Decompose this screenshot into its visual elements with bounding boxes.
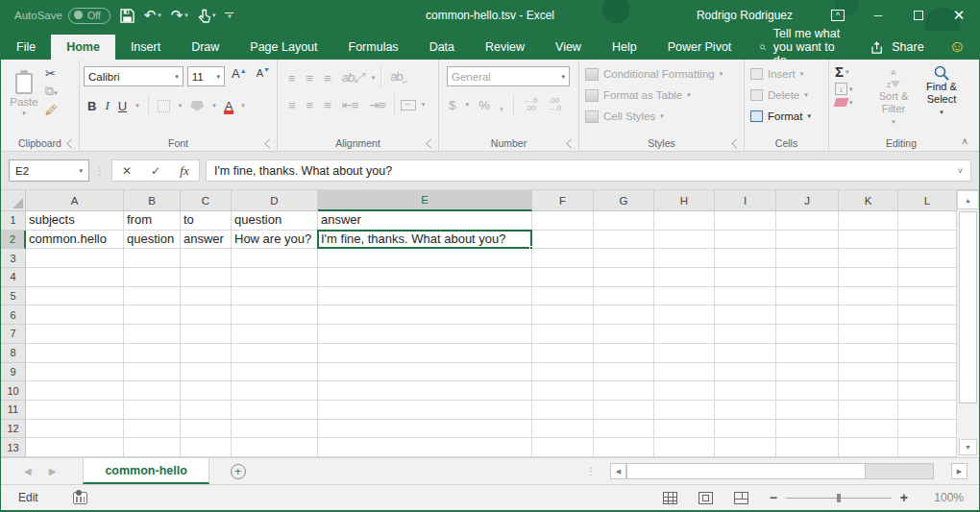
cell-L9[interactable]: [898, 363, 957, 382]
decrease-indent-button[interactable]: ⇤≡: [339, 98, 360, 112]
cell-D12[interactable]: [232, 420, 318, 439]
cell-K1[interactable]: [839, 211, 898, 231]
cell-A5[interactable]: [26, 287, 124, 306]
underline-dropdown-icon[interactable]: ▾: [135, 102, 139, 110]
delete-cells-button[interactable]: Delete ▾: [750, 85, 826, 106]
cell-K3[interactable]: [839, 249, 898, 268]
cell-K6[interactable]: [839, 305, 898, 325]
horizontal-scroll-thumb[interactable]: [627, 464, 866, 478]
cell-I2[interactable]: [715, 231, 776, 250]
font-color-button[interactable]: A: [225, 99, 233, 113]
cell-F12[interactable]: [532, 420, 594, 439]
cell-J11[interactable]: [776, 401, 839, 420]
row-header-2[interactable]: 2: [1, 231, 26, 250]
cell-E4[interactable]: [318, 268, 532, 287]
column-header-E[interactable]: E: [318, 190, 532, 211]
column-header-D[interactable]: D: [232, 190, 318, 211]
cell-H13[interactable]: [654, 438, 715, 457]
cell-L2[interactable]: [898, 231, 957, 250]
cell-H3[interactable]: [654, 249, 715, 268]
cell-G11[interactable]: [594, 401, 654, 420]
cell-A1[interactable]: subjects: [26, 211, 124, 231]
cell-E10[interactable]: [318, 381, 532, 401]
customize-qat-button[interactable]: ▾: [225, 12, 233, 18]
cell-I11[interactable]: [715, 401, 776, 420]
cell-E6[interactable]: [318, 305, 532, 325]
confirm-entry-button[interactable]: ✓: [141, 164, 170, 178]
paste-dropdown-icon[interactable]: ▾: [22, 110, 26, 117]
cell-C3[interactable]: [181, 249, 232, 268]
row-header-13[interactable]: 13: [1, 438, 26, 457]
scroll-right-button[interactable]: ▶: [951, 463, 968, 479]
cell-E12[interactable]: [318, 420, 532, 439]
cell-B6[interactable]: [124, 305, 181, 325]
cell-H7[interactable]: [654, 325, 715, 344]
autosave-control[interactable]: AutoSave Off: [14, 8, 110, 24]
cell-F1[interactable]: [532, 211, 594, 231]
share-button[interactable]: Share: [871, 40, 923, 54]
cell-B7[interactable]: [124, 325, 181, 344]
cell-C2[interactable]: answer: [181, 231, 232, 250]
cell-B9[interactable]: [124, 363, 181, 382]
cut-button[interactable]: ✂: [45, 67, 58, 81]
cell-G3[interactable]: [594, 249, 654, 268]
cell-G13[interactable]: [594, 438, 654, 457]
cell-K7[interactable]: [839, 325, 898, 344]
next-sheet-button[interactable]: ▶: [49, 466, 57, 476]
cell-L10[interactable]: [898, 381, 957, 401]
cell-E8[interactable]: [318, 344, 532, 363]
minimize-button[interactable]: ─: [858, 0, 898, 31]
cell-A3[interactable]: [26, 249, 124, 268]
sort-filter-button[interactable]: AZ Sort & Filter ▾: [871, 63, 916, 128]
cell-K13[interactable]: [839, 438, 898, 457]
cell-J4[interactable]: [776, 268, 839, 287]
percent-format-button[interactable]: %: [478, 98, 490, 112]
page-break-view-button[interactable]: [734, 492, 748, 504]
cell-H10[interactable]: [654, 381, 715, 401]
cell-E5[interactable]: [318, 287, 532, 306]
cell-C8[interactable]: [181, 344, 232, 363]
cell-D6[interactable]: [232, 305, 318, 325]
column-header-K[interactable]: K: [839, 190, 898, 211]
currency-dropdown-icon[interactable]: ▾: [466, 101, 470, 109]
cell-C4[interactable]: [181, 268, 232, 287]
cell-B5[interactable]: [124, 287, 181, 306]
row-header-10[interactable]: 10: [1, 381, 26, 401]
cell-H6[interactable]: [654, 305, 715, 325]
format-as-table-button[interactable]: Format as Table ▾: [585, 85, 742, 106]
cell-C13[interactable]: [181, 438, 232, 457]
cell-F11[interactable]: [532, 401, 594, 420]
row-header-1[interactable]: 1: [1, 211, 26, 231]
column-header-G[interactable]: G: [594, 190, 654, 211]
row-header-3[interactable]: 3: [1, 249, 26, 268]
cell-G12[interactable]: [594, 420, 654, 439]
cell-A4[interactable]: [26, 268, 124, 287]
cell-J3[interactable]: [776, 249, 839, 268]
undo-dropdown-icon[interactable]: ▾: [158, 12, 161, 19]
maximize-button[interactable]: [898, 0, 939, 31]
bottom-align-button[interactable]: ≡: [321, 71, 333, 85]
currency-format-button[interactable]: $: [449, 98, 456, 112]
cell-J10[interactable]: [776, 381, 839, 401]
cell-H9[interactable]: [654, 363, 715, 382]
cell-L11[interactable]: [898, 401, 957, 420]
decrease-font-size-button[interactable]: A▼: [254, 66, 273, 86]
cell-C6[interactable]: [181, 305, 232, 325]
tab-home[interactable]: Home: [51, 35, 115, 60]
cell-A13[interactable]: [26, 438, 124, 457]
tab-data[interactable]: Data: [414, 35, 470, 60]
expand-formula-bar-icon[interactable]: ˅: [958, 166, 963, 176]
cell-D9[interactable]: [232, 363, 318, 382]
insert-cells-button[interactable]: Insert ▾: [750, 63, 826, 85]
fill-color-button[interactable]: [190, 101, 204, 111]
cell-D8[interactable]: [232, 344, 318, 363]
cell-E3[interactable]: [318, 249, 532, 268]
row-header-5[interactable]: 5: [1, 287, 26, 306]
cell-L13[interactable]: [898, 438, 957, 457]
scroll-up-button[interactable]: ▲: [957, 190, 979, 209]
cell-F4[interactable]: [532, 268, 594, 287]
cell-L7[interactable]: [898, 325, 957, 344]
zoom-slider[interactable]: [786, 498, 892, 499]
zoom-out-button[interactable]: −: [770, 490, 777, 505]
ribbon-display-options-button[interactable]: ˄: [818, 0, 858, 31]
